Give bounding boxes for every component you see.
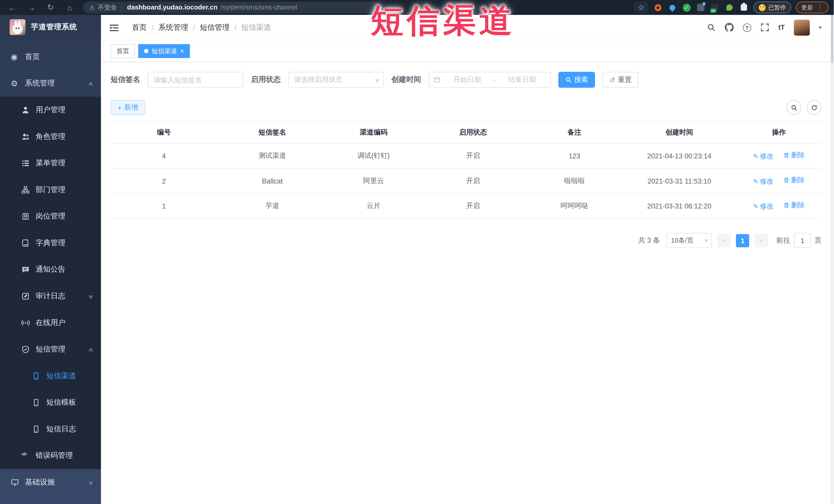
delete-link[interactable]: 删除 xyxy=(783,151,805,160)
search-icon[interactable] xyxy=(706,23,716,32)
app-title: 芋道管理系统 xyxy=(31,22,77,32)
search-button[interactable]: 搜索 xyxy=(558,72,595,88)
top-navbar: 首页 / 系统管理 / 短信管理 / 短信渠道 ? tT ▾ xyxy=(101,15,834,40)
sign-input[interactable] xyxy=(148,72,244,88)
sidebar-item-errcode[interactable]: </> 错误码管理 xyxy=(0,442,101,469)
sidebar-item-role[interactable]: 角色管理 xyxy=(0,124,101,150)
sidebar-item-infra[interactable]: 基础设施 ∨ xyxy=(0,469,101,496)
breadcrumb-separator: / xyxy=(151,23,154,31)
breadcrumb-sms[interactable]: 短信管理 xyxy=(200,23,229,32)
reset-button[interactable]: ↺ 重置 xyxy=(602,72,639,88)
not-secure-label: 不安全 xyxy=(98,3,117,12)
edit-link[interactable]: ✎修改 xyxy=(753,177,774,186)
toggle-search-button[interactable] xyxy=(787,100,802,115)
extension-vpn-icon[interactable]: on xyxy=(710,3,720,12)
sidebar-item-post[interactable]: 岗位管理 xyxy=(0,203,101,230)
next-page-button[interactable]: › xyxy=(754,234,768,247)
github-icon[interactable] xyxy=(725,23,733,32)
add-button[interactable]: + 新增 xyxy=(111,100,145,115)
sidebar-item-home[interactable]: ◉ 首页 xyxy=(0,44,101,70)
calendar-icon xyxy=(433,76,441,84)
breadcrumb-system[interactable]: 系统管理 xyxy=(158,23,188,32)
table-toolbar: + 新增 xyxy=(111,100,821,115)
refresh-table-button[interactable] xyxy=(807,100,821,115)
gear-icon: ⚙ xyxy=(10,79,19,88)
status-select[interactable]: 请选择启用状态 ∨ xyxy=(288,72,384,88)
browser-chrome: ← → ↻ ⌂ ⚠ 不安全 | dashboard.yudao.iocoder.… xyxy=(0,0,834,15)
extension-drop-icon[interactable] xyxy=(667,3,677,12)
sidebar-item-sms-log[interactable]: 短信日志 xyxy=(0,416,101,443)
total-count: 共 3 条 xyxy=(638,236,660,245)
sidebar-item-online[interactable]: 在线用户 xyxy=(0,310,101,336)
sidebar-item-notice[interactable]: 通知公告 xyxy=(0,256,101,283)
sidebar-item-label: 基础设施 xyxy=(25,478,55,487)
sidebar-item-sms-template[interactable]: 短信模板 xyxy=(0,389,101,416)
col-sign: 短信签名 xyxy=(217,122,327,143)
col-code: 渠道编码 xyxy=(328,122,420,143)
edit-link[interactable]: ✎修改 xyxy=(753,152,774,161)
extensions-puzzle-icon[interactable] xyxy=(739,3,748,12)
sidebar-item-label: 在线用户 xyxy=(36,318,65,328)
close-icon[interactable]: × xyxy=(180,48,184,54)
edit-link[interactable]: ✎修改 xyxy=(753,201,774,211)
emoji-icon xyxy=(759,4,766,11)
sidebar-item-system[interactable]: ⚙ 系统管理 ∧ xyxy=(0,70,101,97)
sidebar-item-audit[interactable]: 审计日志 ∨ xyxy=(0,283,101,310)
home-icon[interactable]: ⌂ xyxy=(65,3,74,12)
sidebar-item-dict[interactable]: 字典管理 xyxy=(0,230,101,257)
sidebar-item-sms-channel[interactable]: 短信渠道 xyxy=(0,363,101,390)
breadcrumb-separator: / xyxy=(193,23,195,31)
page-number-1[interactable]: 1 xyxy=(736,234,749,247)
help-icon[interactable]: ? xyxy=(743,23,751,31)
browser-update-button[interactable]: 更新 ⋮ xyxy=(796,2,828,13)
sidebar-item-label: 部门管理 xyxy=(36,185,65,195)
main-area: 首页 / 系统管理 / 短信管理 / 短信渠道 ? tT ▾ xyxy=(101,15,834,504)
caret-down-icon[interactable]: ▾ xyxy=(819,24,821,30)
extension-check-icon[interactable]: ✓ xyxy=(682,3,691,12)
sidebar-item-sms[interactable]: 短信管理 ∧ xyxy=(0,336,101,363)
tab-home[interactable]: 首页 xyxy=(111,44,135,58)
date-range-picker[interactable]: 开始日期 - 结束日期 xyxy=(429,72,551,88)
sidebar-item-label: 菜单管理 xyxy=(36,158,65,168)
cell-remark: 呵呵呵哒 xyxy=(526,193,622,218)
extension-plant-icon[interactable] xyxy=(725,3,734,12)
page-unit-label: 页 xyxy=(814,236,821,245)
delete-link[interactable]: 删除 xyxy=(783,176,805,185)
font-size-icon[interactable]: tT xyxy=(778,23,785,31)
status-placeholder: 请选择启用状态 xyxy=(294,75,375,85)
phone-icon xyxy=(32,398,40,407)
prev-page-button[interactable]: ‹ xyxy=(717,234,730,247)
bookmark-star-icon[interactable]: ☆ xyxy=(634,2,648,13)
app-frame: 芋道管理系统 ◉ 首页 ⚙ 系统管理 ∧ 用户管理 xyxy=(0,15,834,504)
cell-id: 2 xyxy=(111,169,217,193)
cell-code: 阿里云 xyxy=(328,169,420,193)
sidebar-item-label: 岗位管理 xyxy=(36,212,65,221)
sidebar-item-label: 短信渠道 xyxy=(46,371,76,381)
breadcrumb-home[interactable]: 首页 xyxy=(132,23,147,32)
sidebar-collapse-icon[interactable] xyxy=(109,23,119,31)
page-size-select[interactable]: 10条/页 ∨ xyxy=(666,233,712,248)
delete-link[interactable]: 删除 xyxy=(783,200,805,210)
extension-donut-icon[interactable] xyxy=(653,3,662,12)
sidebar-item-menu[interactable]: 菜单管理 xyxy=(0,150,101,177)
sidebar-item-user[interactable]: 用户管理 xyxy=(0,97,101,124)
sidebar-item-label: 首页 xyxy=(25,52,40,62)
sidebar-item-dept[interactable]: 部门管理 xyxy=(0,177,101,203)
back-icon[interactable]: ← xyxy=(7,3,17,12)
reload-icon[interactable]: ↻ xyxy=(46,3,55,12)
extension-bars-icon[interactable] xyxy=(696,3,705,12)
paused-extension-pill[interactable]: 已暂停 xyxy=(753,2,791,13)
cell-sign: 测试渠道 xyxy=(217,143,327,168)
forward-icon[interactable]: → xyxy=(27,3,36,12)
address-bar[interactable]: ⚠ 不安全 | dashboard.yudao.iocoder.cn/syste… xyxy=(83,2,380,13)
book-icon xyxy=(21,239,30,247)
sidebar-item-label: 短信日志 xyxy=(46,424,76,434)
scrollbar-thumb[interactable] xyxy=(831,15,833,63)
fullscreen-icon[interactable] xyxy=(760,23,769,32)
goto-page-input[interactable] xyxy=(794,233,811,248)
avatar[interactable] xyxy=(794,20,810,36)
tab-sms-channel[interactable]: 短信渠道 × xyxy=(138,44,190,58)
kebab-menu-icon[interactable]: ⋮ xyxy=(817,4,823,11)
sidebar: 芋道管理系统 ◉ 首页 ⚙ 系统管理 ∧ 用户管理 xyxy=(0,15,101,504)
cell-created: 2021-04-13 00:23:14 xyxy=(622,143,736,168)
